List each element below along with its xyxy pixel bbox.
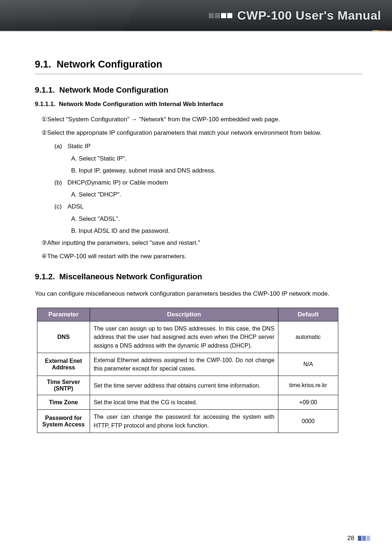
substep-a-B: B. Input IP, gateway, subnet mask and DN… <box>35 166 362 175</box>
col-default: Default <box>278 308 338 321</box>
substep-c-B: B. Input ADSL ID and the password. <box>35 226 362 236</box>
substep-marker: (a) <box>54 141 68 151</box>
step-1: ① Select "System Configuration" → "Netwo… <box>35 114 362 124</box>
logo-blocks-icon <box>209 13 232 18</box>
subsection-title: Network Mode Configuration <box>59 85 168 94</box>
step-marker: ④ <box>35 251 47 261</box>
step-marker: ③ <box>35 238 47 248</box>
header-title-group: CWP-100 User's Manual <box>209 8 381 23</box>
step-text: After inputting the parameters, select "… <box>47 238 362 248</box>
step-3: ③ After inputting the parameters, select… <box>35 238 362 248</box>
default-cell: time.kriss.re.kr <box>278 376 338 395</box>
page-number: 28 <box>347 535 354 542</box>
step-4: ④ The CWP-100 will restart with the new … <box>35 251 362 261</box>
section-title: Network Configuration <box>57 59 162 70</box>
step-2: ② Select the appropriate IP configuratio… <box>35 128 362 138</box>
table-row: Time Zone Set the local time that the CG… <box>37 395 338 410</box>
col-description: Description <box>90 308 278 321</box>
table-row: Time Server (SNTP) Set the time server a… <box>37 376 338 395</box>
param-cell: Time Zone <box>37 395 90 410</box>
substep-text: Static IP <box>68 141 362 151</box>
page-footer: 28 <box>347 535 370 542</box>
footer-blocks-icon <box>358 536 370 541</box>
default-cell: 0000 <box>278 410 338 433</box>
section-heading: 9.1. Network Configuration <box>35 59 362 70</box>
param-cell: External Enet Address <box>37 353 90 376</box>
header-title-text: CWP-100 User's Manual <box>237 8 381 23</box>
table-row: Password for System Access The user can … <box>37 410 338 433</box>
desc-cell: Set the local time that the CG is locate… <box>90 395 278 410</box>
param-cell: Time Server (SNTP) <box>37 376 90 395</box>
step-text: The CWP-100 will restart with the new pa… <box>47 251 362 261</box>
subsection-title: Miscellaneous Network Configuration <box>59 272 202 281</box>
substep-a-A: A. Select "Static IP". <box>35 154 362 163</box>
param-cell: Password for System Access <box>37 410 90 433</box>
step-text: Select "System Configuration" → "Network… <box>47 114 362 124</box>
substep-a: (a) Static IP <box>35 141 362 151</box>
subsection-heading-1: 9.1.1. Network Mode Configuration <box>35 85 362 95</box>
substep-c: (c) ADSL <box>35 202 362 211</box>
subsubsection-title: Network Mode Configuration with Internal… <box>59 101 223 108</box>
substep-text: ADSL <box>68 202 362 211</box>
desc-cell: The user can change the password for acc… <box>90 410 278 433</box>
table-row: External Enet Address External Ethernet … <box>37 353 338 376</box>
step-marker: ① <box>35 114 47 124</box>
desc-cell: External Ethernet address assigned to th… <box>90 353 278 376</box>
step-marker: ② <box>35 128 47 138</box>
substep-b: (b) DHCP(Dynamic IP) or Cable modem <box>35 178 362 187</box>
header-accent-icon <box>372 30 392 31</box>
page-content: 9.1. Network Configuration 9.1.1. Networ… <box>0 32 392 433</box>
substep-c-A: A. Select "ADSL". <box>35 214 362 224</box>
table-row: DNS The user can assign up to two DNS ad… <box>37 321 338 353</box>
substep-b-A: A. Select "DHCP". <box>35 190 362 199</box>
subsection-number: 9.1.2. <box>35 272 55 281</box>
subsection-heading-2: 9.1.2. Miscellaneous Network Configurati… <box>35 272 362 281</box>
desc-cell: The user can assign up to two DNS addres… <box>90 321 278 353</box>
procedure-steps: ① Select "System Configuration" → "Netwo… <box>35 114 362 261</box>
subsubsection-number: 9.1.1.1. <box>35 101 56 108</box>
param-cell: DNS <box>37 321 90 353</box>
default-cell: automatic <box>278 321 338 353</box>
default-cell: N/A <box>278 353 338 376</box>
page-header-banner: CWP-100 User's Manual <box>0 0 392 31</box>
subsection-intro: You can configure miscellaneous network … <box>35 290 362 297</box>
parameters-table: Parameter Description Default DNS The us… <box>37 308 338 433</box>
default-cell: +09:00 <box>278 395 338 410</box>
step-text: Select the appropriate IP configuration … <box>47 128 362 138</box>
table-header-row: Parameter Description Default <box>37 308 338 321</box>
section-rule <box>35 74 362 74</box>
substep-marker: (b) <box>54 178 68 187</box>
desc-cell: Set the time server address that obtains… <box>90 376 278 395</box>
subsubsection-heading: 9.1.1.1. Network Mode Configuration with… <box>35 101 362 108</box>
subsection-number: 9.1.1. <box>35 85 55 94</box>
substep-text: DHCP(Dynamic IP) or Cable modem <box>68 178 362 187</box>
substep-marker: (c) <box>54 202 68 211</box>
section-number: 9.1. <box>35 59 51 70</box>
col-parameter: Parameter <box>37 308 90 321</box>
